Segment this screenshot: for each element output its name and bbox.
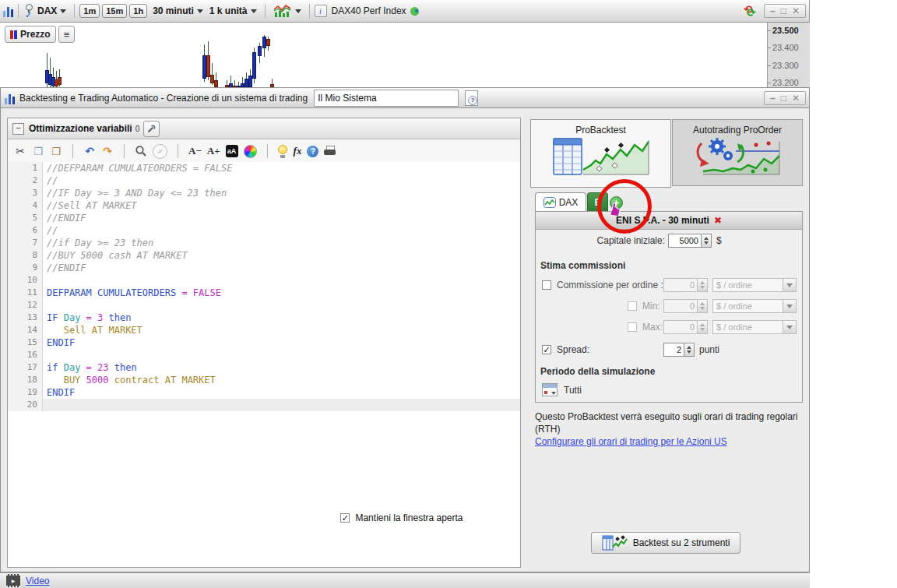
- code-line[interactable]: 17if Day = 23 then: [8, 361, 520, 374]
- code-line[interactable]: 11DEFPARAM CUMULATEORDERS = FALSE: [8, 287, 520, 299]
- pin-icon[interactable]: ✓: [23, 3, 34, 19]
- font-style-button[interactable]: aA: [226, 145, 238, 157]
- maximize-button[interactable]: □: [781, 6, 786, 16]
- color-wheel-button[interactable]: [244, 145, 257, 158]
- legend-list-button[interactable]: ≡: [58, 26, 76, 43]
- code-text: ENDIF: [43, 386, 75, 399]
- help-button[interactable]: ?: [307, 146, 318, 157]
- max-unit-select[interactable]: $ / ordine: [712, 320, 797, 334]
- wrench-icon: [146, 124, 157, 134]
- timeframe-1h-button[interactable]: 1h: [129, 4, 147, 18]
- commission-unit-select[interactable]: $ / ordine: [712, 278, 797, 292]
- undo-button[interactable]: ↶: [83, 144, 96, 158]
- spinner-arrows[interactable]: [702, 234, 712, 248]
- code-line[interactable]: 4//Sell AT MARKET: [8, 199, 520, 212]
- increase-font-button[interactable]: A+: [207, 145, 220, 157]
- chart-type-dropdown[interactable]: [273, 4, 301, 18]
- code-line[interactable]: 3//IF Day >= 3 AND Day <= 23 then: [8, 187, 520, 199]
- spinner-arrows[interactable]: [684, 343, 695, 357]
- search-button[interactable]: [135, 144, 147, 158]
- period-dropdown[interactable]: 30 minuti: [153, 5, 203, 16]
- screen: ✓ DAX 1m 15m 1h 30 minuti 1 k unità: [0, 0, 897, 588]
- collapse-button[interactable]: −: [12, 123, 24, 135]
- backtest-button[interactable]: Backtest su 2 strumenti: [591, 532, 740, 554]
- calendar-icon[interactable]: [542, 383, 558, 396]
- refresh-icon[interactable]: ⟲ ⟳: [744, 4, 758, 18]
- price-button[interactable]: Prezzo: [5, 26, 56, 43]
- minimize-button[interactable]: –: [770, 93, 776, 103]
- line-number: 16: [8, 349, 43, 361]
- comment-button[interactable]: //: [153, 144, 167, 159]
- code-line[interactable]: 12: [8, 299, 520, 312]
- commission-checkbox[interactable]: [542, 280, 551, 290]
- symbol-dropdown[interactable]: DAX: [37, 5, 66, 16]
- paste-button[interactable]: ❒: [50, 144, 62, 158]
- price-scale[interactable]: 23.500 23.400 23.300 23.200: [767, 23, 810, 87]
- code-line[interactable]: 15ENDIF: [8, 336, 520, 349]
- insert-function-button[interactable]: fx: [294, 145, 302, 157]
- spinner-arrows[interactable]: [698, 320, 708, 334]
- candlestick-chart[interactable]: Prezzo ≡: [0, 23, 767, 87]
- min-unit-select[interactable]: $ / ordine: [712, 299, 797, 313]
- minimize-button[interactable]: –: [770, 6, 776, 16]
- min-spinner[interactable]: 0: [663, 299, 708, 313]
- spinner-arrows[interactable]: [698, 278, 708, 292]
- copy-button[interactable]: ❐: [32, 144, 44, 158]
- max-spinner[interactable]: 0: [663, 320, 708, 334]
- code-line[interactable]: 20: [8, 399, 520, 411]
- tab-autotrading[interactable]: Autotrading ProOrder: [672, 119, 803, 186]
- close-instrument-icon[interactable]: ✖: [714, 216, 722, 225]
- redo-button[interactable]: ↷: [101, 144, 114, 158]
- capital-spinner[interactable]: 5000: [668, 234, 712, 248]
- code-line[interactable]: 7//if Day >= 23 then: [8, 237, 520, 249]
- keep-open-checkbox[interactable]: ✓: [340, 513, 350, 523]
- configure-trading-hours-link[interactable]: Configurare gli orari di trading per le …: [535, 436, 727, 447]
- capital-label: Capitale iniziale:: [536, 235, 665, 246]
- code-line[interactable]: 9//ENDIF: [8, 262, 520, 274]
- code-editor-panel: − Ottimizzazione variabili 0 ✂ ❐ ❒: [7, 118, 521, 568]
- price-tick: 23.400: [768, 43, 810, 52]
- info-icon[interactable]: i: [315, 5, 327, 17]
- cut-button[interactable]: ✂: [14, 144, 26, 158]
- video-link[interactable]: Video: [26, 576, 49, 586]
- commission-spinner[interactable]: 0: [663, 278, 708, 292]
- spread-checkbox[interactable]: ✓: [542, 345, 551, 354]
- code-line[interactable]: 19ENDIF: [8, 386, 520, 399]
- code-line[interactable]: 13IF Day = 3 then: [8, 312, 520, 324]
- code-line[interactable]: 8//BUY 5000 cash AT MARKET: [8, 249, 520, 262]
- code-line[interactable]: 2//: [8, 174, 520, 187]
- system-name-input[interactable]: [314, 90, 459, 107]
- code-area[interactable]: 1//DEFPARAM CUMULATEORDERS = FALSE2//3//…: [8, 162, 520, 567]
- code-line[interactable]: 10: [8, 274, 520, 287]
- window-controls: – □ ✕: [764, 4, 806, 18]
- wrench-button[interactable]: [143, 121, 160, 137]
- line-number: 9: [8, 262, 43, 274]
- tab-probacktest[interactable]: ProBacktest: [530, 119, 671, 188]
- code-line[interactable]: 1//DEFPARAM CUMULATEORDERS = FALSE: [8, 162, 520, 174]
- code-line[interactable]: 6//: [8, 224, 520, 237]
- help-doc-icon[interactable]: ?: [465, 90, 478, 106]
- decrease-font-button[interactable]: A−: [188, 145, 202, 157]
- suggestion-bulb-button[interactable]: [278, 145, 288, 158]
- maximize-button[interactable]: □: [781, 93, 786, 103]
- chevron-down-icon: [783, 321, 796, 333]
- max-checkbox[interactable]: [628, 322, 637, 332]
- timeframe-1m-button[interactable]: 1m: [79, 4, 100, 18]
- spinner-arrows[interactable]: [698, 299, 708, 313]
- code-line[interactable]: 14 Sell AT MARKET: [8, 324, 520, 336]
- code-line[interactable]: 16: [8, 349, 520, 361]
- instrument-tab-dax[interactable]: DAX: [535, 192, 586, 211]
- close-button[interactable]: ✕: [792, 6, 800, 16]
- code-line[interactable]: 5//ENDIF: [8, 212, 520, 224]
- timeframe-15m-button[interactable]: 15m: [102, 4, 127, 18]
- spread-spinner[interactable]: 2: [663, 343, 695, 357]
- spread-fields: 2 punti: [663, 343, 719, 357]
- period-heading: Periodo della simulazione: [540, 366, 655, 377]
- close-button[interactable]: ✕: [792, 93, 800, 103]
- code-line[interactable]: 18 BUY 5000 contract AT MARKET: [8, 374, 520, 386]
- min-checkbox[interactable]: [628, 301, 637, 311]
- bottom-bar: ▶ Video: [0, 572, 810, 588]
- units-dropdown[interactable]: 1 k unità: [209, 5, 257, 16]
- print-button[interactable]: [324, 146, 336, 157]
- spread-row: ✓ Spread:: [542, 344, 589, 355]
